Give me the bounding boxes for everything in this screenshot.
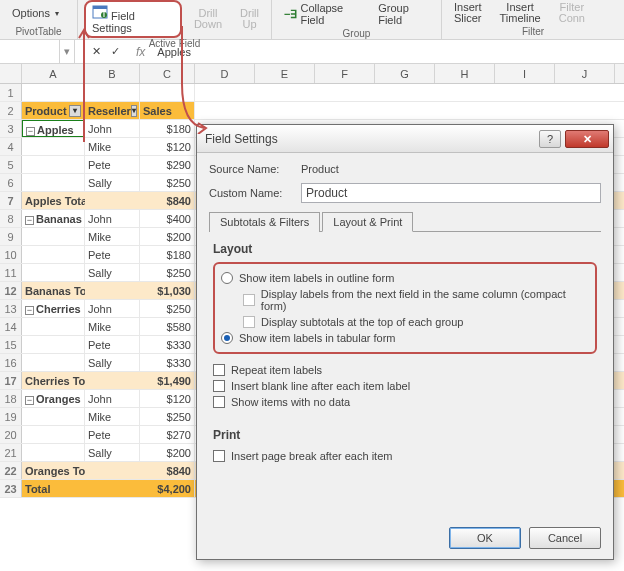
layout-section-label: Layout [213, 242, 597, 256]
ok-button[interactable]: OK [449, 527, 521, 549]
checkbox-page-break[interactable] [213, 450, 225, 462]
group-field-button: Group Field [372, 0, 435, 28]
collapse-icon[interactable]: − [25, 396, 34, 405]
layout-highlight-box: Show item labels in outline form Display… [213, 262, 597, 354]
ribbon-group-group: Group [278, 28, 435, 41]
collapse-icon[interactable]: − [25, 306, 34, 315]
source-name-value: Product [301, 163, 339, 175]
checkbox-repeat-labels[interactable] [213, 364, 225, 376]
custom-name-input[interactable] [301, 183, 601, 203]
drill-down-button: DrillDown [188, 6, 228, 32]
field-settings-button[interactable]: i Field Settings [84, 0, 182, 38]
fx-icon[interactable]: fx [136, 45, 145, 59]
insert-timeline-button[interactable]: InsertTimeline [494, 0, 547, 26]
svg-text:i: i [103, 7, 105, 19]
tab-layout-print[interactable]: Layout & Print [322, 212, 413, 232]
filter-connections-button: FilterConn [553, 0, 591, 26]
radio-tabular-form[interactable] [221, 332, 233, 344]
dialog-help-button[interactable]: ? [539, 130, 561, 148]
checkbox-blank-line[interactable] [213, 380, 225, 392]
formula-value[interactable]: Apples [151, 46, 624, 58]
ribbon-group-filter: Filter [448, 26, 618, 39]
collapse-field-button[interactable]: −∃ Collapse Field [278, 0, 366, 28]
collapse-icon[interactable]: − [26, 127, 35, 136]
filter-dropdown-product[interactable]: ▾ [69, 105, 81, 117]
dialog-close-button[interactable]: ✕ [565, 130, 609, 148]
cancel-button[interactable]: Cancel [529, 527, 601, 549]
tab-subtotals-filters[interactable]: Subtotals & Filters [209, 212, 320, 232]
enter-icon[interactable]: ✓ [111, 45, 120, 58]
print-section-label: Print [213, 428, 597, 442]
column-headers: A B C D E F G H I J [0, 64, 624, 84]
ribbon-group-pivottable: PivotTable [6, 26, 71, 39]
collapse-icon[interactable]: − [25, 216, 34, 225]
name-box[interactable] [0, 40, 60, 63]
radio-outline-form[interactable] [221, 272, 233, 284]
checkbox-show-no-data[interactable] [213, 396, 225, 408]
dialog-title: Field Settings [205, 132, 539, 146]
filter-dropdown-reseller[interactable]: ▾ [131, 105, 137, 117]
source-name-label: Source Name: [209, 163, 295, 175]
cancel-icon[interactable]: ✕ [92, 45, 101, 58]
field-settings-icon: i [92, 4, 108, 20]
checkbox-subtotals-top [243, 316, 255, 328]
checkbox-compact-form [243, 294, 255, 306]
custom-name-label: Custom Name: [209, 187, 295, 199]
drill-up-button: DrillUp [234, 6, 265, 32]
options-button[interactable]: Options▾ [6, 5, 65, 21]
insert-slicer-button[interactable]: InsertSlicer [448, 0, 488, 26]
field-settings-dialog: Field Settings ? ✕ Source Name: Product … [196, 124, 614, 560]
